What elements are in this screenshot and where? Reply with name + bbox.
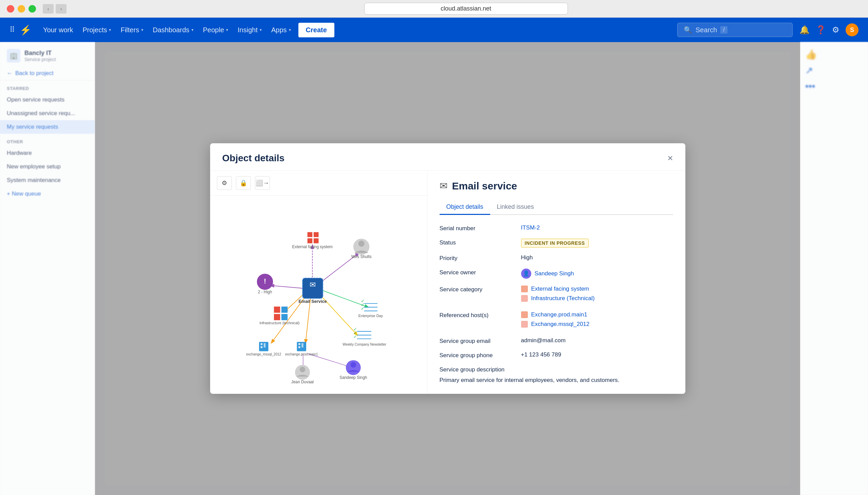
project-name: Bancly IT — [24, 50, 56, 57]
add-queue-button[interactable]: + New queue — [0, 187, 95, 201]
service-group-description-label: Service group description — [439, 366, 514, 373]
sidebar: 🏢 Bancly IT Service project ← Back to pr… — [0, 42, 95, 495]
svg-rect-44 — [298, 343, 300, 345]
svg-rect-10 — [307, 232, 312, 237]
category-name-1[interactable]: External facing system — [531, 286, 589, 292]
svg-text:2 - High: 2 - High — [258, 289, 272, 294]
grid-icon[interactable]: ⠿ — [10, 25, 15, 34]
svg-rect-24 — [274, 307, 280, 313]
svg-rect-50 — [260, 346, 262, 348]
host-item-1: Exchange.prod.main1 — [521, 311, 590, 318]
project-info: Bancly IT Service project — [24, 50, 56, 62]
service-group-phone-row: Service group phone +1 123 456 789 — [439, 352, 673, 359]
browser-back-button[interactable]: ‹ — [43, 4, 54, 14]
close-traffic-light[interactable] — [7, 5, 14, 13]
svg-rect-45 — [298, 346, 300, 348]
category-color-2 — [521, 295, 528, 302]
priority-value: High — [521, 254, 533, 261]
modal-close-button[interactable]: × — [667, 153, 673, 163]
search-shortcut: / — [721, 26, 727, 34]
modal-overlay: Object details × ⚙ 🔒 ⬜→ — [95, 42, 800, 495]
nav-insight[interactable]: Insight ▾ — [233, 18, 266, 42]
nav-apps[interactable]: Apps ▾ — [266, 18, 296, 42]
owner-name[interactable]: Sandeep Singh — [535, 270, 574, 277]
jira-logo[interactable]: ⚡ — [20, 24, 32, 36]
sidebar-item-system-maintenance[interactable]: System maintenance — [0, 173, 95, 187]
svg-point-57 — [350, 362, 356, 368]
main-content: Object details × ⚙ 🔒 ⬜→ — [95, 42, 800, 495]
service-owner-value: 👤 Sandeep Singh — [521, 269, 574, 279]
chevron-down-icon: ▾ — [260, 28, 262, 32]
user-avatar[interactable]: S — [846, 23, 858, 36]
right-panel: 👍 ↗ ••• — [800, 42, 868, 495]
chevron-down-icon: ▾ — [226, 28, 228, 32]
service-group-phone-label: Service group phone — [439, 352, 514, 359]
svg-line-2 — [270, 286, 306, 289]
svg-text:exchange.prod.main1: exchange.prod.main1 — [285, 353, 318, 356]
nav-projects[interactable]: Projects ▾ — [78, 18, 116, 42]
category-name-2[interactable]: Infrastructure (Technical) — [531, 295, 595, 302]
tab-linked-issues[interactable]: Linked issues — [490, 200, 541, 215]
browser-forward-button[interactable]: › — [56, 4, 67, 14]
traffic-lights — [7, 5, 36, 13]
chevron-down-icon: ▾ — [109, 28, 111, 32]
starred-section-label: STARRED — [0, 81, 95, 93]
details-panel: ✉ Email service Object details Linked is… — [428, 171, 685, 394]
nav-people[interactable]: People ▾ — [198, 18, 233, 42]
share-icon[interactable]: ↗ — [805, 65, 863, 76]
nav-your-work[interactable]: Your work — [38, 18, 78, 42]
svg-rect-26 — [274, 314, 280, 320]
status-badge: INCIDENT IN PROGRESS — [521, 239, 589, 248]
host-name-2[interactable]: Exchange.mssql_2012 — [531, 321, 590, 328]
search-bar[interactable]: 🔍 Search / — [677, 23, 793, 37]
nav-filters[interactable]: Filters ▾ — [116, 18, 147, 42]
sidebar-item-open-service[interactable]: Open service requests — [0, 93, 95, 107]
thumbs-up-icon[interactable]: 👍 — [805, 49, 863, 60]
graph-export-button[interactable]: ⬜→ — [255, 176, 270, 190]
graph-settings-button[interactable]: ⚙ — [217, 176, 232, 190]
referenced-hosts-label: Referenced host(s) — [439, 311, 514, 319]
status-row: Status INCIDENT IN PROGRESS — [439, 239, 673, 248]
host-name-1[interactable]: Exchange.prod.main1 — [531, 311, 587, 318]
detail-tabs: Object details Linked issues — [439, 200, 673, 215]
main-nav: ⠿ ⚡ Your work Projects ▾ Filters ▾ Dashb… — [0, 18, 868, 42]
tab-object-details[interactable]: Object details — [439, 200, 490, 215]
titlebar: ‹ › cloud.atlassian.net — [0, 0, 868, 18]
back-arrow-icon: ← — [7, 70, 13, 77]
maximize-traffic-light[interactable] — [29, 5, 36, 13]
more-options-icon[interactable]: ••• — [805, 81, 863, 92]
object-details-modal: Object details × ⚙ 🔒 ⬜→ — [210, 143, 685, 394]
serial-number-value[interactable]: ITSM-2 — [521, 224, 540, 231]
nav-dashboards[interactable]: Dashboards ▾ — [148, 18, 198, 42]
svg-text:Infrastructure (technical): Infrastructure (technical) — [259, 321, 299, 325]
svg-text:!: ! — [264, 277, 266, 285]
minimize-traffic-light[interactable] — [18, 5, 25, 13]
settings-icon[interactable]: ⚙ — [832, 25, 839, 35]
back-to-project-link[interactable]: ← Back to project — [0, 67, 95, 81]
sidebar-item-unassigned[interactable]: Unassigned service requ... — [0, 107, 95, 120]
modal-title: Object details — [222, 153, 285, 164]
service-group-description-row: Service group description Primary email … — [439, 366, 673, 385]
notifications-icon[interactable]: 🔔 — [799, 25, 810, 35]
service-category-label: Service category — [439, 286, 514, 293]
chevron-down-icon: ▾ — [191, 28, 193, 32]
priority-label: Priority — [439, 254, 514, 262]
help-icon[interactable]: ❓ — [816, 25, 826, 35]
service-group-phone-value: +1 123 456 789 — [521, 352, 561, 358]
project-type: Service project — [24, 57, 56, 62]
sidebar-item-hardware[interactable]: Hardware — [0, 146, 95, 160]
sidebar-item-new-employee[interactable]: New employee setup — [0, 160, 95, 173]
create-button[interactable]: Create — [298, 23, 334, 37]
svg-text:Enterprise Day: Enterprise Day — [358, 314, 383, 318]
service-group-email-value: admin@mail.com — [521, 337, 566, 344]
graph-svg: External facing system Wes Shults ! 2 - … — [210, 195, 427, 394]
svg-text:✉: ✉ — [310, 280, 316, 289]
graph-lock-button[interactable]: 🔒 — [236, 176, 251, 190]
url-bar[interactable]: cloud.atlassian.net — [364, 3, 568, 15]
service-group-email-row: Service group email admin@mail.com — [439, 337, 673, 345]
graph-panel: ⚙ 🔒 ⬜→ — [210, 171, 428, 394]
service-category-row: Service category External facing system … — [439, 286, 673, 305]
svg-text:Sandeep Singh: Sandeep Singh — [340, 375, 367, 379]
sidebar-item-my-service[interactable]: My service requests — [0, 120, 95, 134]
modal-header: Object details × — [210, 143, 685, 171]
